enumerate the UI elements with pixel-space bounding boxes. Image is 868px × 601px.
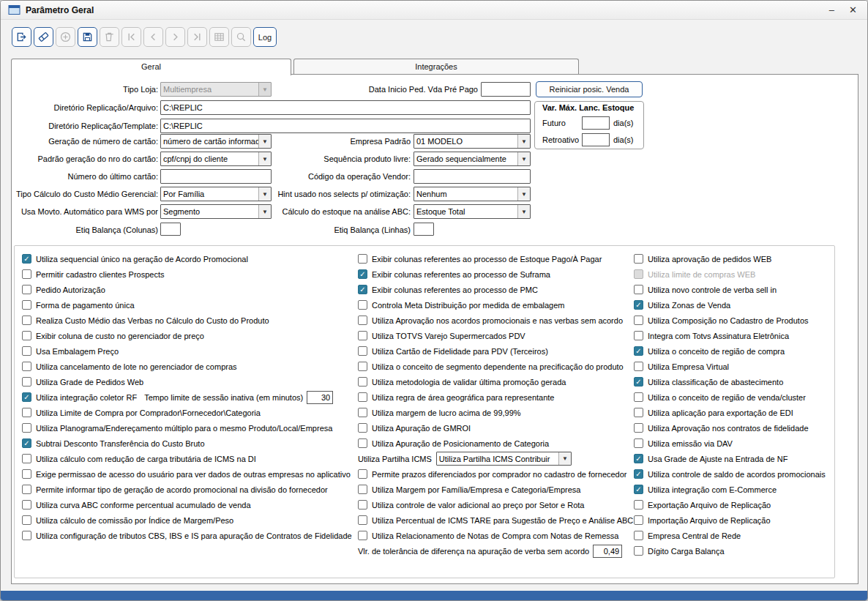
checkbox[interactable]: [358, 531, 367, 540]
log-button[interactable]: Log: [253, 27, 277, 47]
checkbox[interactable]: [634, 423, 643, 433]
checkbox[interactable]: ✓: [358, 285, 367, 294]
checkbox[interactable]: [634, 438, 643, 448]
checkbox[interactable]: [22, 454, 31, 463]
minimize-button[interactable]: –: [829, 4, 834, 16]
sequencia-produto-livre-select[interactable]: Gerado sequencialmente ▼: [414, 152, 531, 166]
checkbox[interactable]: [358, 316, 367, 325]
checkbox[interactable]: [22, 485, 31, 494]
checkbox[interactable]: [358, 254, 367, 264]
chevron-down-icon: ▼: [517, 187, 530, 201]
checkbox[interactable]: [22, 331, 31, 340]
option-row: Utiliza cálculo com redução de carga tri…: [22, 451, 355, 466]
checkbox[interactable]: [634, 285, 643, 294]
checkbox[interactable]: [634, 331, 643, 340]
parametro-geral-window: Parâmetro Geral – ✕ Log Geral Integraçõe…: [0, 0, 868, 601]
checkbox[interactable]: ✓: [634, 485, 643, 494]
clear-button[interactable]: [34, 27, 53, 47]
numero-ultimo-cartao-input[interactable]: [160, 169, 272, 184]
checkbox[interactable]: ✓: [22, 254, 31, 264]
checkbox[interactable]: [358, 331, 367, 340]
checkbox-label: Utiliza metodologia de validar última pr…: [372, 378, 566, 387]
checkbox[interactable]: [358, 515, 367, 525]
option-row: Dígito Carga Balança: [634, 543, 833, 559]
checkbox[interactable]: ✓: [634, 300, 643, 310]
retroativo-label: Retroativo: [542, 132, 579, 147]
checkbox[interactable]: ✓: [634, 469, 643, 479]
option-row: Utiliza Grade de Pedidos Web: [22, 374, 355, 389]
tab-geral[interactable]: Geral: [11, 59, 291, 75]
geracao-numero-cartao-select[interactable]: número de cartão informado ▼: [160, 134, 272, 149]
checkbox[interactable]: [358, 469, 367, 479]
checkbox[interactable]: [358, 408, 367, 417]
toolbar: Log: [1, 20, 867, 51]
checkbox[interactable]: [22, 300, 31, 310]
inline-input[interactable]: [307, 391, 333, 404]
checkbox[interactable]: [22, 316, 31, 325]
tolerancia-verba-input[interactable]: [593, 545, 622, 558]
checkbox[interactable]: [22, 285, 31, 294]
checkbox[interactable]: ✓: [634, 454, 643, 463]
checkbox[interactable]: [634, 546, 643, 556]
retroativo-input[interactable]: [582, 133, 610, 146]
checkbox[interactable]: [358, 362, 367, 371]
movto-wms-select[interactable]: Segmento ▼: [160, 204, 272, 219]
checkbox[interactable]: [22, 469, 31, 479]
save-button[interactable]: [78, 27, 97, 47]
checkbox-label: Utiliza controle de valor adicional ao p…: [372, 501, 584, 509]
checkbox[interactable]: [634, 316, 643, 325]
checkbox[interactable]: [358, 438, 367, 448]
checkbox[interactable]: [634, 254, 643, 264]
checkbox[interactable]: [22, 500, 31, 509]
checkbox[interactable]: [358, 300, 367, 310]
checkbox[interactable]: ✓: [22, 392, 31, 402]
close-button[interactable]: ✕: [849, 4, 857, 16]
checkbox[interactable]: ✓: [634, 346, 643, 356]
checkbox-label: Utiliza limite de compras WEB: [648, 270, 755, 279]
checkbox[interactable]: ✓: [22, 438, 31, 448]
calculo-estoque-abc-select[interactable]: Estoque Total ▼: [414, 204, 531, 219]
checkbox[interactable]: [22, 362, 31, 371]
dir-replicacao-template-input[interactable]: [160, 119, 531, 133]
checkbox[interactable]: [22, 346, 31, 356]
checkbox[interactable]: [634, 362, 643, 371]
checkbox[interactable]: [358, 423, 367, 433]
checkbox[interactable]: [22, 515, 31, 525]
checkbox[interactable]: [358, 346, 367, 356]
checkbox[interactable]: [634, 500, 643, 509]
next-record-button: [165, 27, 185, 47]
checkbox[interactable]: [358, 377, 367, 387]
checkbox[interactable]: [634, 408, 643, 417]
padrao-geracao-nro-cartao-select[interactable]: cpf/cnpj do cliente ▼: [160, 152, 272, 166]
last-record-icon: [191, 31, 203, 43]
reiniciar-posic-venda-button[interactable]: Reiniciar posic. Venda: [536, 81, 643, 97]
partilha-icms-select[interactable]: Utiliza Partilha ICMS Contribuir▼: [436, 452, 572, 466]
checkbox-label: Utiliza classificação de abastecimento: [648, 378, 783, 387]
hint-selects-select[interactable]: Nenhum ▼: [414, 187, 531, 201]
checkbox[interactable]: [22, 423, 31, 433]
checkbox[interactable]: [634, 515, 643, 525]
data-inicio-input[interactable]: [481, 82, 531, 97]
futuro-input[interactable]: [582, 116, 610, 130]
checkbox[interactable]: [358, 500, 367, 509]
codigo-operacao-vendor-input[interactable]: [414, 169, 531, 184]
geracao-numero-cartao-label: Geração de número de cartão:: [12, 134, 158, 149]
tipo-calculo-custo-select[interactable]: Por Família ▼: [160, 187, 272, 201]
checkbox[interactable]: [22, 531, 31, 540]
checkbox[interactable]: [22, 377, 31, 387]
checkbox-label: Forma de pagamento única: [36, 301, 135, 310]
checkbox[interactable]: [358, 485, 367, 494]
checkbox[interactable]: [22, 408, 31, 417]
checkbox[interactable]: ✓: [634, 377, 643, 387]
checkbox[interactable]: ✓: [358, 269, 367, 279]
tab-integracoes[interactable]: Integrações: [293, 59, 579, 74]
checkbox[interactable]: [358, 392, 367, 402]
empresa-padrao-select[interactable]: 01 MODELO ▼: [414, 134, 531, 149]
export-button[interactable]: [12, 27, 31, 47]
checkbox[interactable]: [22, 269, 31, 279]
checkbox[interactable]: [634, 531, 643, 540]
checkbox[interactable]: [634, 392, 643, 402]
dir-replicacao-arquivo-input[interactable]: [160, 100, 531, 115]
etiq-balanca-colunas-input[interactable]: [160, 223, 181, 236]
etiq-balanca-linhas-input[interactable]: [414, 223, 434, 236]
